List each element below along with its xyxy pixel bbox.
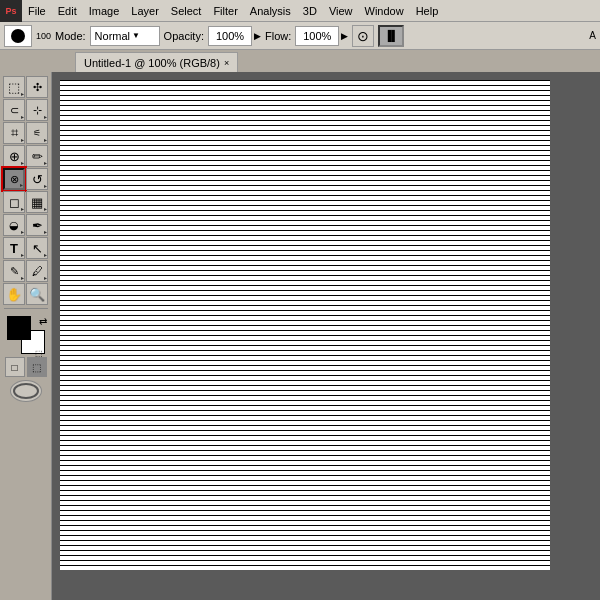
flow-label: Flow: — [265, 30, 291, 42]
tool-slice[interactable]: ⚟ ▸ — [26, 122, 48, 144]
brush-preview-circle — [11, 29, 25, 43]
tool-lasso[interactable]: ⊂ ▸ — [3, 99, 25, 121]
canvas[interactable] — [60, 80, 550, 570]
tool-move[interactable]: ✣ — [26, 76, 48, 98]
tool-notes[interactable]: ✎ ▸ — [3, 260, 25, 282]
canvas-content-hlines — [60, 80, 550, 570]
opacity-arrow[interactable]: ▶ — [254, 31, 261, 41]
tool-row-8: T ▸ ↖ ▸ — [3, 237, 48, 259]
tool-pen[interactable]: ✒ ▸ — [26, 214, 48, 236]
ps-logo: Ps — [0, 0, 22, 22]
tool-eraser[interactable]: ◻ ▸ — [3, 191, 25, 213]
tool-rectangular-marquee[interactable]: ⬚ ▸ — [3, 76, 25, 98]
tool-row-9: ✎ ▸ 🖊 ▸ — [3, 260, 48, 282]
standard-mode-btn[interactable]: □ — [5, 357, 25, 377]
tool-clone-stamp[interactable]: ⊗ ▸ — [3, 168, 25, 190]
screen-mode-btn[interactable] — [10, 380, 42, 402]
tool-row-4: ⊕ ▸ ✏ ▸ — [3, 145, 48, 167]
tool-hand[interactable]: ✋ — [3, 283, 25, 305]
mode-dropdown-arrow: ▼ — [132, 31, 140, 40]
menu-image[interactable]: Image — [83, 0, 126, 21]
flow-arrow[interactable]: ▶ — [341, 31, 348, 41]
tab-title: Untitled-1 @ 100% (RGB/8) — [84, 57, 220, 69]
tab-close-button[interactable]: × — [224, 58, 229, 68]
toolbar: ⬚ ▸ ✣ ⊂ ▸ ⊹ ▸ ⌗ ▸ ⚟ — [0, 72, 52, 600]
main-layout: ⬚ ▸ ✣ ⊂ ▸ ⊹ ▸ ⌗ ▸ ⚟ — [0, 72, 600, 600]
quick-mask-btn[interactable]: ⬚ — [27, 357, 47, 377]
opacity-label: Opacity: — [164, 30, 204, 42]
menu-file[interactable]: File — [22, 0, 52, 21]
foreground-color-swatch[interactable] — [7, 316, 31, 340]
tool-preset-picker[interactable] — [4, 25, 32, 47]
menu-edit[interactable]: Edit — [52, 0, 83, 21]
tool-row-3: ⌗ ▸ ⚟ ▸ — [3, 122, 48, 144]
flow-group: ▶ — [295, 26, 348, 46]
tool-gradient[interactable]: ▦ ▸ — [26, 191, 48, 213]
swap-colors-icon[interactable]: ⇄ — [39, 316, 47, 327]
tool-path-selection[interactable]: ↖ ▸ — [26, 237, 48, 259]
tool-row-7: ◒ ▸ ✒ ▸ — [3, 214, 48, 236]
quick-mask-row: □ ⬚ — [5, 357, 47, 377]
menu-analysis[interactable]: Analysis — [244, 0, 297, 21]
toolbar-separator — [4, 308, 48, 309]
tool-zoom[interactable]: 🔍 — [26, 283, 48, 305]
extra-label: A — [589, 30, 596, 41]
tool-row-2: ⊂ ▸ ⊹ ▸ — [3, 99, 48, 121]
airbrush-icon: ⊙ — [357, 28, 369, 44]
menu-3d[interactable]: 3D — [297, 0, 323, 21]
brush-pressure-btn[interactable]: ▐▌ — [378, 25, 404, 47]
menu-items: File Edit Image Layer Select Filter Anal… — [22, 0, 444, 21]
tool-quick-selection[interactable]: ⊹ ▸ — [26, 99, 48, 121]
opacity-group: ▶ — [208, 26, 261, 46]
opacity-input[interactable] — [208, 26, 252, 46]
menu-select[interactable]: Select — [165, 0, 208, 21]
options-bar: 100 Mode: Normal ▼ Opacity: ▶ Flow: ▶ ⊙ … — [0, 22, 600, 50]
canvas-area[interactable] — [52, 72, 600, 600]
mode-label: Mode: — [55, 30, 86, 42]
tool-history-brush[interactable]: ↺ ▸ — [26, 168, 48, 190]
reset-colors-icon[interactable]: ⬚ — [35, 349, 43, 358]
tool-dodge[interactable]: ◒ ▸ — [3, 214, 25, 236]
tool-row-10: ✋ 🔍 — [3, 283, 48, 305]
brush-size-label: 100 — [36, 31, 51, 41]
flow-input[interactable] — [295, 26, 339, 46]
menu-layer[interactable]: Layer — [125, 0, 165, 21]
menu-view[interactable]: View — [323, 0, 359, 21]
tool-eyedropper[interactable]: 🖊 ▸ — [26, 260, 48, 282]
tool-type[interactable]: T ▸ — [3, 237, 25, 259]
tool-row-1: ⬚ ▸ ✣ — [3, 76, 48, 98]
tool-brush[interactable]: ✏ ▸ — [26, 145, 48, 167]
tab-bar: Untitled-1 @ 100% (RGB/8) × — [0, 50, 600, 72]
color-swatches: ⇄ ⬚ — [7, 316, 45, 354]
menu-bar: Ps File Edit Image Layer Select Filter A… — [0, 0, 600, 22]
menu-help[interactable]: Help — [410, 0, 445, 21]
menu-filter[interactable]: Filter — [207, 0, 243, 21]
tool-row-6: ◻ ▸ ▦ ▸ — [3, 191, 48, 213]
menu-window[interactable]: Window — [359, 0, 410, 21]
canvas-tab[interactable]: Untitled-1 @ 100% (RGB/8) × — [75, 52, 238, 72]
brush-pressure-icon: ▐▌ — [384, 30, 398, 41]
mode-dropdown[interactable]: Normal ▼ — [90, 26, 160, 46]
tool-crop[interactable]: ⌗ ▸ — [3, 122, 25, 144]
tool-row-5: ⊗ ▸ ↺ ▸ — [3, 168, 48, 190]
tool-spot-healing[interactable]: ⊕ ▸ — [3, 145, 25, 167]
airbrush-toggle[interactable]: ⊙ — [352, 25, 374, 47]
screen-mode-icon — [13, 383, 39, 399]
